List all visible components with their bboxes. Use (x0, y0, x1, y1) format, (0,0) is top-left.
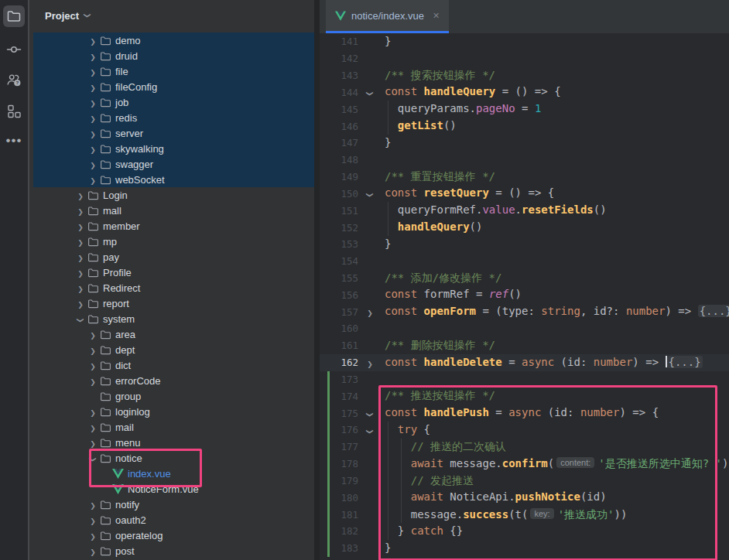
line-number[interactable]: 157 (320, 306, 361, 318)
code-line-173[interactable]: 173 (320, 371, 729, 388)
code-line-180[interactable]: 180 await NoticeApi.pushNotice(id) (320, 489, 729, 506)
fold-collapsed-icon[interactable]: ❯ (367, 360, 373, 368)
line-number[interactable]: 152 (320, 222, 361, 234)
code-line-146[interactable]: 146 getList() (320, 118, 729, 135)
tree-item-notice[interactable]: ❯notice (33, 450, 314, 466)
line-number[interactable]: 144 (320, 87, 361, 98)
fold-expanded-icon[interactable]: ❯ (366, 91, 374, 97)
chevron-collapsed-icon[interactable]: ❯ (90, 517, 96, 525)
chevron-expanded-icon[interactable]: ❯ (77, 317, 84, 323)
chevron-collapsed-icon[interactable]: ❯ (77, 270, 84, 278)
tree-item-file[interactable]: ❯file (33, 63, 314, 79)
fold-collapsed-icon[interactable]: ❯ (367, 309, 373, 317)
tree-item-dict[interactable]: ❯dict (33, 357, 314, 373)
line-number[interactable]: 183 (320, 542, 361, 554)
tree-item-loginlog[interactable]: ❯loginlog (33, 404, 314, 419)
code-line-141[interactable]: 141} (320, 33, 729, 50)
chevron-collapsed-icon[interactable]: ❯ (90, 69, 96, 77)
line-number[interactable]: 180 (320, 492, 361, 504)
tree-item-report[interactable]: ❯report (33, 295, 314, 311)
tree-item-server[interactable]: ❯server (33, 125, 314, 141)
tree-item-errorCode[interactable]: ❯errorCode (33, 373, 314, 388)
line-number[interactable]: 145 (320, 104, 361, 115)
line-number[interactable]: 176 (320, 424, 361, 435)
line-number[interactable]: 178 (320, 458, 361, 470)
chevron-collapsed-icon[interactable]: ❯ (77, 254, 84, 262)
line-number[interactable]: 177 (320, 441, 361, 452)
line-number[interactable]: 181 (320, 509, 361, 521)
chevron-collapsed-icon[interactable]: ❯ (90, 177, 96, 185)
line-number[interactable]: 155 (320, 272, 361, 284)
line-number[interactable]: 143 (320, 70, 361, 81)
chevron-collapsed-icon[interactable]: ❯ (90, 115, 96, 123)
fold-expanded-icon[interactable]: ❯ (366, 193, 374, 199)
project-folder-icon[interactable] (3, 5, 25, 27)
tree-item-swagger[interactable]: ❯swagger (33, 156, 314, 172)
line-number[interactable]: 161 (320, 340, 361, 351)
chevron-collapsed-icon[interactable]: ❯ (90, 162, 96, 169)
chevron-collapsed-icon[interactable]: ❯ (77, 208, 84, 216)
line-number[interactable]: 147 (320, 137, 361, 149)
tree-item-oauth2[interactable]: ❯oauth2 (33, 512, 314, 528)
code-line-177[interactable]: 177 // 推送的二次确认 (320, 439, 729, 456)
code-line-160[interactable]: 160 (320, 320, 729, 337)
chevron-collapsed-icon[interactable]: ❯ (90, 146, 96, 154)
tree-item-pay[interactable]: ❯pay (33, 249, 314, 265)
chevron-collapsed-icon[interactable]: ❯ (77, 224, 84, 231)
chevron-collapsed-icon[interactable]: ❯ (77, 301, 84, 309)
line-number[interactable]: 173 (320, 374, 361, 385)
line-number[interactable]: 150 (320, 188, 361, 200)
structure-icon[interactable] (3, 101, 25, 122)
tree-item-job[interactable]: ❯job (33, 94, 314, 110)
pull-requests-icon[interactable]: ? (3, 69, 25, 90)
line-number[interactable]: 149 (320, 171, 361, 183)
code-line-157[interactable]: 157❯const openForm = (type: string, id?:… (320, 303, 729, 320)
tree-item-notify[interactable]: ❯notify (33, 497, 314, 512)
chevron-collapsed-icon[interactable]: ❯ (90, 347, 96, 355)
panel-splitter[interactable] (314, 0, 320, 560)
chevron-collapsed-icon[interactable]: ❯ (90, 332, 96, 340)
chevron-collapsed-icon[interactable]: ❯ (90, 533, 96, 541)
close-icon[interactable]: ✕ (433, 11, 440, 21)
tree-item-druid[interactable]: ❯druid (33, 48, 314, 63)
tree-item-redis[interactable]: ❯redis (33, 110, 314, 125)
code-line-147[interactable]: 147} (320, 135, 729, 152)
tree-item-demo[interactable]: ❯demo (33, 32, 314, 48)
line-number[interactable]: 156 (320, 289, 361, 301)
tree-item-mp[interactable]: ❯mp (33, 234, 314, 249)
line-number[interactable]: 179 (320, 475, 361, 487)
code-line-152[interactable]: 152 handleQuery() (320, 219, 729, 236)
more-icon[interactable]: ••• (3, 130, 25, 152)
line-number[interactable]: 148 (320, 154, 361, 166)
code-line-182[interactable]: 182 } catch {} (320, 523, 729, 540)
line-number[interactable]: 182 (320, 525, 361, 537)
chevron-collapsed-icon[interactable]: ❯ (90, 131, 96, 138)
chevron-collapsed-icon[interactable]: ❯ (90, 409, 96, 417)
line-number[interactable]: 151 (320, 205, 361, 217)
chevron-expanded-icon[interactable]: ❯ (89, 456, 97, 463)
line-number[interactable]: 175 (320, 408, 361, 419)
code-line-145[interactable]: 145 queryParams.pageNo = 1 (320, 101, 729, 118)
chevron-collapsed-icon[interactable]: ❯ (77, 193, 84, 200)
code-line-181[interactable]: 181 message.success(t(key:'推送成功')) (320, 506, 729, 523)
code-line-155[interactable]: 155/** 添加/修改操作 */ (320, 270, 729, 287)
line-number[interactable]: 174 (320, 391, 361, 402)
fold-expanded-icon[interactable]: ❯ (366, 429, 374, 435)
chevron-collapsed-icon[interactable]: ❯ (90, 425, 96, 432)
chevron-collapsed-icon[interactable]: ❯ (90, 38, 96, 46)
chevron-collapsed-icon[interactable]: ❯ (77, 285, 84, 293)
commit-icon[interactable] (3, 39, 25, 60)
line-number[interactable]: 142 (320, 53, 361, 64)
tree-item-index.vue[interactable]: index.vue (33, 466, 314, 481)
chevron-collapsed-icon[interactable]: ❯ (90, 378, 96, 386)
code-line-143[interactable]: 143/** 搜索按钮操作 */ (320, 67, 729, 84)
code-line-153[interactable]: 153} (320, 236, 729, 253)
tree-item-Login[interactable]: ❯Login (33, 187, 314, 203)
fold-expanded-icon[interactable]: ❯ (366, 411, 374, 418)
code-line-149[interactable]: 149/** 重置按钮操作 */ (320, 169, 729, 186)
tree-item-operatelog[interactable]: ❯operatelog (33, 528, 314, 543)
code-line-148[interactable]: 148 (320, 152, 729, 169)
tree-item-group[interactable]: group (33, 388, 314, 404)
tree-item-skywalking[interactable]: ❯skywalking (33, 141, 314, 156)
chevron-collapsed-icon[interactable]: ❯ (90, 502, 96, 510)
